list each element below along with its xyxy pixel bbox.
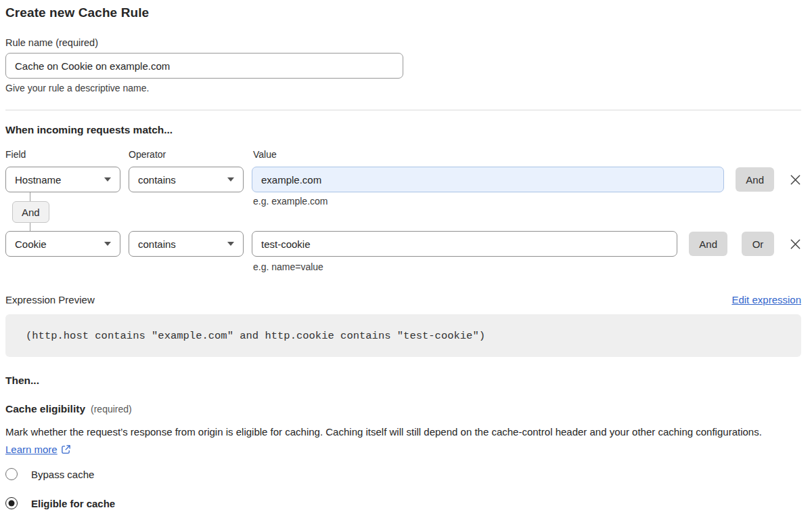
page-title: Create new Cache Rule	[5, 5, 807, 20]
external-link-icon	[61, 444, 71, 454]
chevron-down-icon	[104, 242, 111, 246]
rule-name-helper: Give your rule a descriptive name.	[5, 83, 807, 93]
operator-select-value: contains	[138, 238, 176, 250]
value-input[interactable]	[252, 231, 677, 257]
value-input[interactable]	[252, 167, 724, 192]
then-heading: Then...	[5, 375, 807, 387]
rule-name-input[interactable]	[5, 53, 403, 79]
cache-eligibility-description: Mark whether the request’s response from…	[5, 423, 790, 458]
edit-expression-link[interactable]: Edit expression	[731, 294, 801, 305]
condition-connector-zone: And e.g. example.com	[5, 192, 807, 231]
rule-name-label: Rule name (required)	[5, 37, 807, 48]
operator-select[interactable]: contains	[129, 231, 244, 257]
radio-option[interactable]: Eligible for cache	[5, 496, 807, 510]
condition-column-labels: Field Operator Value	[5, 149, 807, 160]
learn-more-link[interactable]: Learn more	[5, 444, 58, 455]
and-button[interactable]: And	[736, 167, 774, 192]
field-select-value: Hostname	[15, 174, 61, 186]
value-helper: e.g. name=value	[253, 261, 807, 272]
remove-condition-button[interactable]	[787, 236, 803, 252]
field-column-label: Field	[5, 149, 129, 160]
create-cache-rule-page: Create new Cache Rule Rule name (require…	[0, 0, 812, 510]
cache-eligibility-options: Bypass cache Eligible for cache	[5, 467, 807, 510]
expression-code: (http.host contains "example.com" and ht…	[26, 330, 485, 342]
radio-option[interactable]: Bypass cache	[5, 467, 807, 481]
cache-eligibility-heading: Cache eligibility	[5, 403, 85, 415]
remove-condition-button[interactable]	[787, 171, 803, 188]
close-icon	[790, 174, 801, 186]
and-connector-label: And	[22, 207, 40, 218]
value-helper: e.g. example.com	[253, 196, 328, 207]
chevron-down-icon	[227, 242, 234, 246]
condition-row-2: Cookie contains And Or	[5, 231, 807, 257]
expression-preview-label: Expression Preview	[5, 294, 95, 305]
condition-row-1: Hostname contains And	[5, 167, 807, 192]
chevron-down-icon	[227, 177, 234, 182]
expression-preview-header: Expression Preview Edit expression	[5, 294, 801, 305]
chevron-down-icon	[104, 177, 111, 182]
and-button[interactable]: And	[689, 232, 727, 256]
and-connector-chip[interactable]: And	[12, 201, 49, 223]
radio-option-label: Bypass cache	[31, 469, 94, 480]
expression-code-block: (http.host contains "example.com" and ht…	[5, 314, 801, 357]
section-divider	[5, 110, 801, 110]
operator-select-value: contains	[138, 174, 176, 186]
required-note: (required)	[91, 404, 132, 415]
operator-column-label: Operator	[129, 149, 253, 160]
match-section-heading: When incoming requests match...	[5, 124, 807, 136]
radio-button-icon[interactable]	[5, 497, 18, 509]
value-column-label: Value	[253, 149, 277, 160]
description-text: Mark whether the request’s response from…	[5, 426, 762, 438]
radio-button-icon[interactable]	[5, 468, 18, 480]
cache-eligibility-heading-row: Cache eligibility (required)	[5, 403, 807, 415]
field-select[interactable]: Cookie	[5, 231, 120, 257]
or-button[interactable]: Or	[742, 232, 774, 256]
field-select-value: Cookie	[15, 238, 47, 250]
radio-option-label: Eligible for cache	[31, 498, 115, 509]
field-select[interactable]: Hostname	[5, 167, 120, 192]
close-icon	[790, 238, 801, 250]
operator-select[interactable]: contains	[129, 167, 244, 192]
